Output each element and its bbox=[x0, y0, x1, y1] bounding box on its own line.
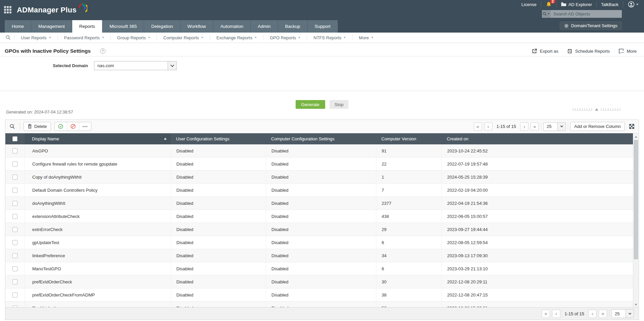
delete-button[interactable]: Delete bbox=[24, 122, 51, 131]
cell-display-name: prefExIdOrderCheck bbox=[25, 275, 171, 288]
more-actions-button[interactable]: More bbox=[618, 48, 637, 54]
nav-tab[interactable]: Admin bbox=[251, 20, 278, 33]
ruler-handle-icon[interactable] bbox=[595, 108, 598, 110]
row-checkbox-cell bbox=[5, 249, 25, 262]
prev-page-button[interactable] bbox=[484, 122, 492, 131]
table-row[interactable]: gpUpdateTest Disabled Disabled 6 2022-08… bbox=[5, 236, 633, 249]
help-icon[interactable] bbox=[100, 48, 105, 54]
export-as-button[interactable]: Export as bbox=[532, 48, 558, 54]
row-checkbox[interactable] bbox=[12, 240, 17, 245]
column-header-created-on[interactable]: Created on bbox=[441, 133, 633, 144]
column-header-computer-version[interactable]: Computer Version bbox=[376, 133, 441, 144]
table-row[interactable]: linkedPreference Disabled Disabled 34 20… bbox=[5, 249, 633, 262]
select-all-checkbox[interactable] bbox=[12, 136, 17, 141]
nav-tab[interactable]: Home bbox=[5, 20, 31, 33]
nav-tab[interactable]: Workflow bbox=[180, 20, 213, 33]
cell-computer-version: 438 bbox=[376, 210, 441, 223]
account-menu[interactable] bbox=[623, 1, 641, 8]
subnav-item[interactable]: More bbox=[352, 35, 380, 40]
app-grid-icon[interactable] bbox=[4, 6, 12, 14]
notifications-button[interactable]: 2 bbox=[541, 1, 556, 7]
row-checkbox[interactable] bbox=[12, 266, 17, 271]
row-checkbox[interactable] bbox=[12, 227, 17, 232]
scroll-down-button[interactable] bbox=[633, 302, 639, 307]
subnav-item[interactable]: Group Reports bbox=[111, 35, 157, 40]
first-page-button[interactable] bbox=[542, 310, 550, 318]
search-input[interactable] bbox=[551, 10, 622, 18]
table-row[interactable]: ManoTestGPO Disabled Disabled 6 2023-03-… bbox=[5, 262, 633, 275]
disable-button[interactable] bbox=[67, 122, 79, 131]
first-page-button[interactable] bbox=[474, 122, 482, 131]
talkback-link[interactable]: TalkBack bbox=[596, 2, 623, 7]
enable-button[interactable] bbox=[55, 122, 67, 131]
nav-tab[interactable]: Automation bbox=[213, 20, 251, 33]
search-scope-button[interactable] bbox=[542, 10, 551, 18]
table-row[interactable]: AisGPO Disabled Disabled 91 2023-10-24 2… bbox=[5, 144, 633, 157]
table-row[interactable]: Configure firewall rules for remote gpup… bbox=[5, 157, 633, 171]
domain-tenant-settings-button[interactable]: Domain/Tenant Settings bbox=[560, 21, 622, 30]
subnav-item[interactable]: GPO Reports bbox=[263, 35, 307, 40]
row-checkbox[interactable] bbox=[12, 279, 17, 284]
table-row[interactable]: prefExIdOrderCheckFromADMP Disabled Disa… bbox=[5, 288, 633, 302]
generate-button[interactable]: Generate bbox=[296, 100, 325, 109]
report-search-icon[interactable] bbox=[2, 35, 14, 40]
column-header-computer-config[interactable]: Computer Configuration Settings bbox=[266, 133, 376, 144]
subnav-item[interactable]: NTFS Reports bbox=[307, 35, 352, 40]
row-checkbox[interactable] bbox=[12, 175, 17, 180]
nav-tab[interactable]: Management bbox=[31, 20, 72, 33]
nav-tab[interactable]: Microsoft 365 bbox=[102, 20, 144, 33]
prev-page-button[interactable] bbox=[552, 310, 560, 318]
domain-select[interactable]: nas.com bbox=[94, 61, 177, 70]
subnav-item[interactable]: Computer Reports bbox=[157, 35, 210, 40]
subnav-item[interactable]: Password Reports bbox=[57, 35, 111, 40]
cell-display-name: gpUpdateTest bbox=[25, 236, 171, 249]
table-search-icon[interactable] bbox=[8, 124, 16, 129]
subnav-item[interactable]: User Reports bbox=[14, 35, 57, 40]
cell-computer-config: Disabled bbox=[266, 236, 376, 249]
generate-row: Generate Stop bbox=[0, 91, 644, 110]
stop-button[interactable]: Stop bbox=[330, 100, 349, 109]
row-checkbox[interactable] bbox=[12, 253, 17, 258]
table-row[interactable]: Copy of doAnythingWithIt Disabled Disabl… bbox=[5, 171, 633, 184]
row-checkbox[interactable] bbox=[12, 188, 17, 193]
scroll-up-button[interactable] bbox=[633, 134, 639, 139]
row-checkbox[interactable] bbox=[12, 214, 17, 219]
nav-tab[interactable]: Delegation bbox=[144, 20, 180, 33]
row-checkbox[interactable] bbox=[12, 148, 17, 153]
top-links: License 2 AD Explorer TalkBack bbox=[517, 0, 641, 9]
next-page-button[interactable] bbox=[520, 122, 528, 131]
table-row[interactable]: extensionAttributeCheck Disabled Disable… bbox=[5, 210, 633, 223]
column-header-display-name[interactable]: Display Name bbox=[25, 133, 171, 144]
row-checkbox[interactable] bbox=[12, 162, 17, 167]
page-size-select[interactable]: 25 bbox=[543, 122, 566, 131]
column-ruler[interactable] bbox=[573, 108, 620, 110]
maximize-icon[interactable] bbox=[629, 124, 635, 129]
row-checkbox[interactable] bbox=[12, 292, 17, 297]
vertical-scrollbar[interactable] bbox=[633, 133, 639, 308]
next-page-button[interactable] bbox=[588, 310, 597, 318]
last-page-button[interactable] bbox=[599, 310, 607, 318]
add-remove-column-button[interactable]: Add or Remove Column bbox=[570, 122, 625, 131]
cell-created-on: 2023-03-29 21:13:10 bbox=[441, 262, 633, 275]
table-row[interactable]: prefExIdOrderCheck Disabled Disabled 30 … bbox=[5, 275, 633, 288]
page-size-select[interactable]: 25 bbox=[611, 309, 634, 318]
nav-tab[interactable]: Backup bbox=[278, 20, 308, 33]
column-header-user-config[interactable]: User Configuration Settings bbox=[171, 133, 266, 144]
cell-display-name: extnErrorCheck bbox=[25, 223, 171, 236]
last-page-button[interactable] bbox=[530, 122, 539, 131]
nav-tab[interactable]: Support bbox=[308, 20, 338, 33]
nav-tab[interactable]: Reports bbox=[72, 20, 102, 33]
schedule-reports-button[interactable]: Schedule Reports bbox=[567, 48, 610, 54]
table-row[interactable]: extnErrorCheck Disabled Disabled 29 2023… bbox=[5, 223, 633, 236]
cell-display-name: doAnythingWithIt bbox=[25, 197, 171, 210]
table-row[interactable]: doAnythingWithIt Disabled Disabled 2377 … bbox=[5, 197, 633, 210]
cell-created-on: 2022-02-19 04:20:00 bbox=[441, 184, 633, 196]
scrollbar-thumb[interactable] bbox=[634, 140, 638, 259]
row-checkbox[interactable] bbox=[12, 201, 17, 206]
subnav-item[interactable]: Exchange Reports bbox=[210, 35, 263, 40]
table-row[interactable]: Default Domain Controllers Policy Disabl… bbox=[5, 184, 633, 197]
ad-explorer-link[interactable]: AD Explorer bbox=[556, 2, 596, 7]
more-row-actions-button[interactable] bbox=[79, 122, 91, 131]
license-link[interactable]: License bbox=[517, 2, 541, 7]
cell-user-config: Disabled bbox=[171, 288, 266, 301]
